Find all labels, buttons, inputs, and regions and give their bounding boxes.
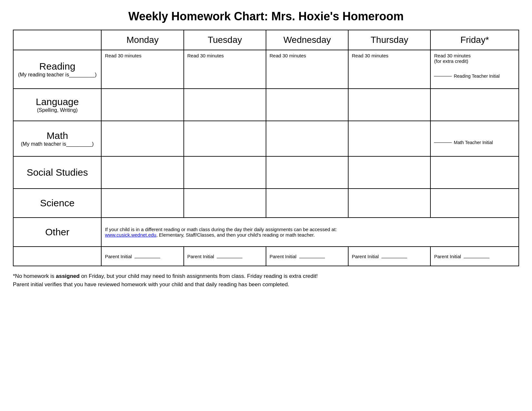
science-friday <box>430 189 519 218</box>
parent-initial-tuesday-blank <box>217 258 242 258</box>
other-text-before-link: If your child is in a different reading … <box>105 227 337 232</box>
subject-other-label: Other <box>16 227 98 238</box>
reading-teacher-blank <box>434 76 452 76</box>
table-row-math: Math (My math teacher is_________) Math … <box>13 121 519 156</box>
subject-language-sub: (Spelling, Writing) <box>16 107 98 113</box>
subject-social-studies-label: Social Studies <box>16 167 98 178</box>
math-wednesday <box>266 121 348 156</box>
social-monday <box>101 156 183 189</box>
parent-initial-monday: Parent Initial <box>101 247 183 266</box>
parent-initial-wednesday-blank <box>299 258 325 258</box>
subject-reading: Reading (My reading teacher is_________) <box>13 50 101 89</box>
math-thursday <box>348 121 430 156</box>
reading-monday: Read 30 minutes <box>101 50 183 89</box>
footer-text-after-bold: on Friday, but your child may need to fi… <box>80 273 318 279</box>
parent-initial-thursday: Parent Initial <box>348 247 430 266</box>
science-thursday <box>348 189 430 218</box>
other-link[interactable]: www.cusick.wednet.edu <box>105 232 156 238</box>
reading-friday: Read 30 minutes (for extra credit) Readi… <box>430 50 519 89</box>
math-tuesday <box>184 121 266 156</box>
language-tuesday <box>184 89 266 121</box>
header-wednesday: Wednesday <box>266 30 348 50</box>
table-row-science: Science <box>13 189 519 218</box>
table-row-reading: Reading (My reading teacher is_________)… <box>13 50 519 89</box>
social-tuesday <box>184 156 266 189</box>
subject-language-label: Language <box>16 96 98 107</box>
subject-math-label: Math <box>16 130 98 141</box>
parent-initial-empty <box>13 247 101 266</box>
math-teacher-label: Math Teacher Initial <box>454 140 493 145</box>
reading-friday-line1: Read 30 minutes <box>434 53 470 58</box>
parent-initial-wednesday-label: Parent Initial <box>270 254 296 259</box>
language-thursday <box>348 89 430 121</box>
parent-initial-friday-blank <box>464 258 489 258</box>
table-row-language: Language (Spelling, Writing) <box>13 89 519 121</box>
subject-science-label: Science <box>16 198 98 209</box>
language-monday <box>101 89 183 121</box>
parent-initial-thursday-blank <box>381 258 407 258</box>
footer-note: *No homework is assigned on Friday, but … <box>13 272 519 289</box>
header-subject <box>13 30 101 50</box>
subject-math-sub: (My math teacher is_________) <box>16 141 98 147</box>
parent-initial-friday: Parent Initial <box>430 247 519 266</box>
social-thursday <box>348 156 430 189</box>
parent-initial-thursday-label: Parent Initial <box>352 254 379 259</box>
page-title: Weekly Homework Chart: Mrs. Hoxie's Home… <box>13 10 519 23</box>
footer-bold-text: assigned <box>56 273 80 279</box>
subject-math: Math (My math teacher is_________) <box>13 121 101 156</box>
reading-friday-line2: (for extra credit) <box>434 58 468 64</box>
math-teacher-blank <box>434 142 452 143</box>
subject-other: Other <box>13 218 101 247</box>
header-tuesday: Tuesday <box>184 30 266 50</box>
other-text-after-link: , Elementary, Staff/Classes, and then yo… <box>156 232 315 238</box>
science-wednesday <box>266 189 348 218</box>
footer-text-before-bold: *No homework is <box>13 273 56 279</box>
science-tuesday <box>184 189 266 218</box>
social-wednesday <box>266 156 348 189</box>
social-friday <box>430 156 519 189</box>
reading-wednesday: Read 30 minutes <box>266 50 348 89</box>
header-thursday: Thursday <box>348 30 430 50</box>
subject-language: Language (Spelling, Writing) <box>13 89 101 121</box>
reading-thursday: Read 30 minutes <box>348 50 430 89</box>
language-wednesday <box>266 89 348 121</box>
parent-initial-tuesday-label: Parent Initial <box>187 254 214 259</box>
table-row-other: Other If your child is in a different re… <box>13 218 519 247</box>
subject-reading-sub: (My reading teacher is_________) <box>16 72 98 78</box>
math-friday: Math Teacher Initial <box>430 121 519 156</box>
other-content: If your child is in a different reading … <box>101 218 519 247</box>
parent-initial-tuesday: Parent Initial <box>184 247 266 266</box>
footer-line2: Parent initial verifies that you have re… <box>13 280 519 289</box>
subject-reading-label: Reading <box>16 61 98 72</box>
parent-initial-friday-label: Parent Initial <box>434 254 461 259</box>
header-friday: Friday* <box>430 30 519 50</box>
table-row-parent-initial: Parent Initial Parent Initial Parent Ini… <box>13 247 519 266</box>
reading-tuesday: Read 30 minutes <box>184 50 266 89</box>
parent-initial-monday-blank <box>134 258 160 258</box>
parent-initial-monday-label: Parent Initial <box>105 254 132 259</box>
science-monday <box>101 189 183 218</box>
table-row-social-studies: Social Studies <box>13 156 519 189</box>
subject-social-studies: Social Studies <box>13 156 101 189</box>
subject-science: Science <box>13 189 101 218</box>
parent-initial-wednesday: Parent Initial <box>266 247 348 266</box>
header-monday: Monday <box>101 30 183 50</box>
language-friday <box>430 89 519 121</box>
reading-teacher-label: Reading Teacher Initial <box>454 73 499 79</box>
math-monday <box>101 121 183 156</box>
